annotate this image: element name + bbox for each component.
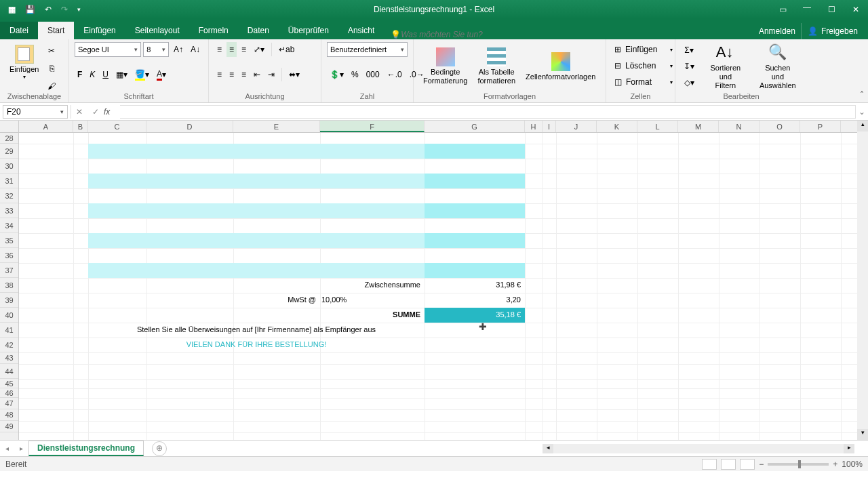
align-top-icon[interactable]: ≡ [214, 42, 224, 57]
minimize-icon[interactable]: — [795, 0, 819, 19]
row-header-33[interactable]: 33 [0, 203, 18, 218]
cell-mwst-value[interactable]: 3,20 [425, 296, 521, 304]
zoom-value[interactable]: 100% [842, 460, 863, 469]
row-headers[interactable]: 2829303132333435363738394041424344454647… [0, 133, 19, 440]
tab-insert[interactable]: Einfügen [74, 22, 125, 39]
col-header-I[interactable]: I [542, 121, 556, 132]
hscroll-left-icon[interactable]: ◂ [542, 444, 553, 453]
autosum-icon[interactable]: Σ▾ [681, 43, 697, 58]
confirm-formula-icon[interactable]: ✓ [87, 107, 104, 117]
col-header-P[interactable]: P [800, 121, 841, 132]
worksheet-grid[interactable]: ABCDEFGHIJKLMNOP 28293031323334353637383… [0, 121, 868, 440]
grow-font-icon[interactable]: A↑ [171, 42, 186, 57]
cancel-formula-icon[interactable]: ✕ [71, 107, 87, 117]
row-header-36[interactable]: 36 [0, 248, 18, 263]
indent-dec-icon[interactable]: ⇤ [251, 67, 263, 82]
tab-nav-next-icon[interactable]: ▸ [14, 445, 28, 452]
align-right-icon[interactable]: ≡ [239, 67, 249, 82]
col-header-O[interactable]: O [760, 121, 800, 132]
row-header-41[interactable]: 41 [0, 323, 18, 338]
font-name-combo[interactable]: Segoe UI▾ [75, 42, 141, 57]
col-header-H[interactable]: H [525, 121, 542, 132]
row-header-46[interactable]: 46 [0, 388, 18, 398]
orientation-icon[interactable]: ⤢▾ [251, 42, 267, 57]
formula-input[interactable] [120, 105, 856, 119]
row-header-43[interactable]: 43 [0, 352, 18, 364]
close-icon[interactable]: ✕ [844, 0, 868, 19]
col-header-J[interactable]: J [556, 121, 597, 132]
col-header-D[interactable]: D [146, 121, 233, 132]
font-size-combo[interactable]: 8▾ [143, 42, 169, 57]
indent-inc-icon[interactable]: ⇥ [265, 67, 277, 82]
expand-formula-icon[interactable]: ⌄ [856, 107, 868, 117]
inc-decimal-icon[interactable]: ←.0 [384, 67, 405, 82]
align-bottom-icon[interactable]: ≡ [239, 42, 249, 57]
zoom-slider[interactable] [768, 463, 829, 466]
horizontal-scrollbar[interactable]: ◂ ▸ [542, 444, 854, 453]
tab-review[interactable]: Überprüfen [279, 22, 338, 39]
number-format-combo[interactable]: Benutzerdefiniert▾ [327, 42, 408, 57]
collapse-ribbon-icon[interactable]: ˄ [860, 90, 864, 100]
column-headers[interactable]: ABCDEFGHIJKLMNOP [19, 121, 857, 133]
cells[interactable]: Zwischensumme31,98 €MwSt @10,00%3,20SUMM… [19, 133, 857, 440]
col-header-A[interactable]: A [19, 121, 73, 132]
row-header-37[interactable]: 37 [0, 263, 18, 278]
new-sheet-icon[interactable]: ⊕ [152, 441, 167, 456]
insert-cells-button[interactable]: ⊞Einfügen▾ [612, 42, 675, 57]
col-header-F[interactable]: F [320, 121, 425, 132]
find-select-button[interactable]: 🔍 Suchen und Auswählen [754, 41, 802, 93]
row-header-48[interactable]: 48 [0, 409, 18, 421]
cell-summe-value[interactable]: 35,18 € [425, 310, 521, 319]
underline-button[interactable]: U [100, 67, 111, 82]
italic-button[interactable]: K [87, 67, 98, 82]
borders-icon[interactable]: ▦▾ [113, 67, 130, 82]
col-header-G[interactable]: G [425, 121, 525, 132]
cell-summe-label[interactable]: SUMME [146, 310, 420, 319]
scroll-down-icon[interactable]: ▾ [857, 429, 868, 440]
signin-link[interactable]: Anmelden [759, 26, 795, 36]
row-header-38[interactable]: 38 [0, 278, 18, 293]
row-header-30[interactable]: 30 [0, 159, 18, 174]
zoom-out-icon[interactable]: − [759, 460, 764, 469]
cell-footer-text[interactable]: Stellen Sie alle Überweisungen auf [Ihr … [88, 325, 425, 333]
shrink-font-icon[interactable]: A↓ [188, 42, 203, 57]
align-center-icon[interactable]: ≡ [226, 67, 237, 82]
tab-nav-prev-icon[interactable]: ◂ [0, 445, 14, 452]
qat-more-icon[interactable]: ▾ [77, 6, 81, 13]
comma-icon[interactable]: 000 [363, 67, 382, 82]
name-box[interactable]: F20 ▾ [3, 105, 68, 119]
clear-icon[interactable]: ◇▾ [681, 75, 697, 90]
delete-cells-button[interactable]: ⊟Löschen▾ [612, 58, 675, 73]
row-header-44[interactable]: 44 [0, 364, 18, 379]
row-header-35[interactable]: 35 [0, 233, 18, 248]
col-header-B[interactable]: B [73, 121, 88, 132]
row-header-40[interactable]: 40 [0, 308, 18, 323]
fill-color-icon[interactable]: 🪣▾ [132, 66, 152, 83]
row-header-39[interactable]: 39 [0, 293, 18, 308]
cell-styles-button[interactable]: Zellenformatvorlagen [521, 49, 599, 84]
share-button[interactable]: 👤 Freigeben [801, 23, 864, 39]
cell-thanks-text[interactable]: VIELEN DANK FÜR IHRE BESTELLUNG! [88, 340, 425, 348]
cond-format-button[interactable]: Bedingte Formatierung [419, 45, 471, 88]
undo-icon[interactable]: ↶ [45, 5, 52, 14]
row-header-28[interactable]: 28 [0, 133, 18, 144]
fill-icon[interactable]: ↧▾ [681, 59, 697, 74]
namebox-caret-icon[interactable]: ▾ [60, 108, 64, 115]
row-header-34[interactable]: 34 [0, 218, 18, 233]
row-header-42[interactable]: 42 [0, 338, 18, 352]
view-break-icon[interactable] [740, 459, 755, 470]
col-header-E[interactable]: E [233, 121, 320, 132]
tab-file[interactable]: Datei [0, 22, 38, 39]
select-all-icon[interactable] [0, 121, 19, 133]
formatpainter-icon[interactable]: 🖌 [45, 79, 58, 94]
col-header-N[interactable]: N [719, 121, 760, 132]
format-cells-button[interactable]: ◫Format▾ [612, 75, 675, 89]
row-header-47[interactable]: 47 [0, 398, 18, 409]
ribbon-options-icon[interactable]: ▭ [770, 0, 795, 19]
col-header-M[interactable]: M [678, 121, 719, 132]
tab-formulas[interactable]: Formeln [189, 22, 238, 39]
cell-mwst-label[interactable]: MwSt @ [146, 296, 316, 304]
cell-subtotal-value[interactable]: 31,98 € [425, 281, 521, 289]
cut-icon[interactable]: ✂ [45, 43, 58, 58]
cell-subtotal-label[interactable]: Zwischensumme [146, 281, 420, 289]
